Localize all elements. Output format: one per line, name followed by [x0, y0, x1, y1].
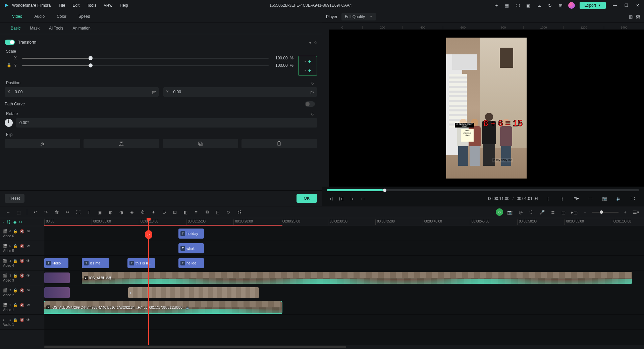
scale-x-slider[interactable] — [22, 58, 269, 59]
picture-icon[interactable]: 🖼 — [636, 14, 640, 19]
clip-text[interactable]: Thelloe — [178, 258, 204, 268]
magnet-icon[interactable]: ▫ — [3, 220, 4, 225]
split-icon[interactable]: ✂ — [63, 208, 71, 216]
monitor-icon[interactable]: 🖵 — [515, 2, 521, 8]
track-view-icon[interactable]: ☰▾ — [632, 208, 640, 216]
ratio-icon[interactable]: ⊟▾ — [572, 195, 580, 203]
tab-audio[interactable]: Audio — [28, 11, 51, 22]
crop-icon[interactable]: ⛶ — [74, 208, 82, 216]
zoom-slider[interactable] — [592, 212, 619, 213]
play-button[interactable]: ▷ — [348, 195, 356, 203]
track-header-v5[interactable]: 🎬5🔒🔇👁Video 5 — [0, 241, 44, 256]
clip-seq[interactable]: ▸ — [128, 287, 259, 298]
color-adjust-icon[interactable]: ◑ — [117, 208, 125, 216]
clip-text[interactable]: Tthis is m… — [127, 258, 155, 268]
group2-icon[interactable]: ⧉ — [203, 208, 211, 216]
freeze-icon[interactable]: ▣ — [96, 208, 104, 216]
zoom-in-icon[interactable]: + — [621, 208, 629, 216]
camera-tool-icon[interactable]: 📷 — [506, 208, 514, 216]
undo-icon[interactable]: ↶ — [31, 208, 39, 216]
rotate-knob[interactable] — [5, 119, 13, 127]
cursor-tool-icon[interactable]: ↔ — [4, 208, 12, 216]
scale-y-slider[interactable] — [22, 65, 269, 66]
paste-button[interactable] — [241, 139, 317, 148]
shield-icon[interactable]: 🛡 — [527, 208, 535, 216]
bracket-in-icon[interactable]: { — [544, 195, 552, 203]
position-keyframe-icon[interactable]: ◇ — [311, 81, 317, 85]
enhance-icon[interactable]: ✦ — [149, 208, 157, 216]
keyframe-icon[interactable]: ◈ — [128, 208, 136, 216]
track-v4[interactable]: THelloTit's meTthis is m…Thelloe — [44, 256, 644, 270]
clip-text[interactable]: Tit's me — [82, 258, 109, 268]
adjust-icon[interactable]: ≡ — [192, 208, 200, 216]
select-tool-icon[interactable]: ⬚ — [15, 208, 23, 216]
history-icon[interactable]: ↻ — [547, 2, 553, 8]
position-y-field[interactable]: Y 0.00 px — [163, 87, 317, 97]
mask-tool-icon[interactable]: ◧ — [181, 208, 190, 216]
template-icon[interactable]: ▦ — [504, 2, 510, 8]
timeline-horizontal-scrollbar[interactable] — [0, 345, 644, 349]
snapshot-icon[interactable]: 📷 — [600, 195, 608, 203]
tab-speed[interactable]: Speed — [72, 11, 96, 22]
compare-view-icon[interactable]: ▥ — [629, 14, 633, 19]
text-icon[interactable]: T — [85, 208, 93, 216]
clip-img[interactable] — [44, 287, 70, 298]
render-icon[interactable]: ▸▢ — [570, 208, 578, 216]
clip-text[interactable]: THello — [44, 258, 68, 268]
clip-video[interactable]: ▸iOS_ALBUM@… — [82, 272, 632, 284]
marker2-icon[interactable]: ✂ — [19, 220, 22, 225]
export-button[interactable]: Export▼ — [580, 2, 606, 9]
tab-basic[interactable]: Basic — [6, 22, 25, 34]
screenshot-icon[interactable]: ▣ — [525, 2, 531, 8]
track-header-a1[interactable]: ♪1🔒🔇👁Audio 1 — [0, 315, 44, 330]
menu-view[interactable]: View — [104, 3, 112, 8]
ai-face-icon[interactable]: ☺ — [496, 208, 503, 216]
menu-file[interactable]: File — [59, 3, 65, 8]
timer-icon[interactable]: ⏲ — [160, 208, 168, 216]
window-maximize[interactable]: ❐ — [624, 3, 629, 8]
marker-col-icon[interactable]: ◆ — [13, 220, 16, 225]
track-v2[interactable]: ▸ — [44, 285, 644, 300]
marker-tool-icon[interactable]: ▢ — [559, 208, 568, 216]
preview-canvas[interactable]: IS TECHNICALLY WHAT often often not ofte… — [329, 30, 644, 187]
mic-icon[interactable]: 🎤 — [538, 208, 546, 216]
effect-icon[interactable]: ◐ — [106, 208, 114, 216]
kf-prev-icon[interactable]: ◂ — [309, 40, 311, 45]
prev-frame-button[interactable]: ◁ — [327, 195, 335, 203]
kf-add-icon[interactable]: ◇ — [314, 40, 317, 45]
bracket-out-icon[interactable]: } — [558, 195, 566, 203]
clip-text[interactable]: Tholiday — [178, 229, 204, 239]
tab-mask[interactable]: Mask — [25, 22, 44, 34]
rotate-keyframe-icon[interactable]: ◇ — [311, 112, 317, 116]
tab-ai-tools[interactable]: AI Tools — [44, 22, 68, 34]
zoom-out-icon[interactable]: − — [581, 208, 589, 216]
path-curve-toggle[interactable] — [305, 101, 315, 107]
volume-icon[interactable]: 🔈 — [614, 195, 623, 203]
track-header-v4[interactable]: 🎬4🔒🔇👁Video 4 — [0, 256, 44, 270]
group-icon[interactable]: ⌸ — [214, 208, 222, 216]
circle-tool-icon[interactable]: ◎ — [517, 208, 525, 216]
copy-button[interactable] — [163, 139, 238, 148]
track-focus-icon[interactable]: ⊡ — [171, 208, 179, 216]
reset-button[interactable]: Reset — [5, 194, 24, 203]
user-avatar[interactable] — [568, 2, 575, 9]
detach-monitor-icon[interactable]: 🖵 — [586, 195, 594, 203]
playhead[interactable] — [148, 218, 149, 345]
track-header-v1[interactable]: 🎬1🔒🔇👁Video 1 — [0, 300, 44, 315]
redo-icon[interactable]: ↷ — [42, 208, 50, 216]
scale-lock-icon[interactable]: 🔒 — [7, 63, 11, 67]
send-icon[interactable]: ✈ — [493, 2, 499, 8]
flip-horizontal-button[interactable] — [5, 139, 80, 148]
time-ruler[interactable]: 00:0000:00:05:0000:00:10:0000:00:15:0000… — [44, 218, 644, 226]
clip-video[interactable]: ▸iOS_ALBUM@299 C447-4768-4A40-B31C-1A8C9… — [44, 301, 282, 313]
cloud-icon[interactable]: ☁ — [536, 2, 542, 8]
track-v6[interactable]: Tholiday — [44, 226, 644, 241]
link-icon[interactable]: ⛓ — [7, 220, 11, 225]
clip-text[interactable]: Twhat — [178, 243, 204, 253]
track-a1[interactable] — [44, 315, 644, 330]
delete-icon[interactable]: 🗑 — [53, 208, 61, 216]
clip-img[interactable] — [44, 272, 70, 283]
rotate-field[interactable]: 0.00° — [16, 118, 317, 128]
menu-help[interactable]: Help — [120, 3, 128, 8]
track-header-v2[interactable]: 🎬2🔒🔇👁Video 2 — [0, 285, 44, 300]
